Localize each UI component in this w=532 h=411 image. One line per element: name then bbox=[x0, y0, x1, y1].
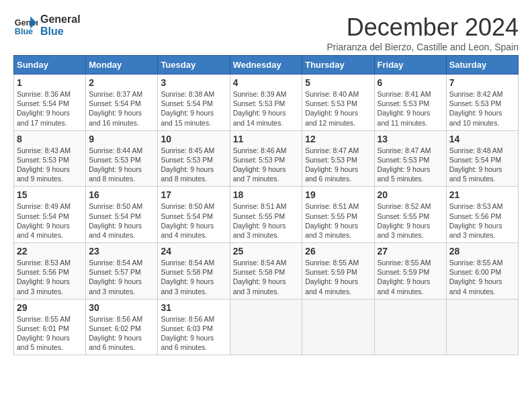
day-number: 30 bbox=[89, 302, 154, 313]
calendar-cell: 10Sunrise: 8:45 AM Sunset: 5:53 PM Dayli… bbox=[158, 130, 230, 187]
day-info: Sunrise: 8:38 AM Sunset: 5:54 PM Dayligh… bbox=[161, 89, 226, 128]
logo-line1: General bbox=[40, 13, 81, 26]
day-info: Sunrise: 8:53 AM Sunset: 5:56 PM Dayligh… bbox=[17, 258, 83, 296]
calendar-cell: 13Sunrise: 8:47 AM Sunset: 5:53 PM Dayli… bbox=[374, 130, 446, 187]
page-header: General Blue General Blue December 2024 … bbox=[13, 13, 519, 52]
calendar-cell: 7Sunrise: 8:42 AM Sunset: 5:53 PM Daylig… bbox=[446, 75, 518, 131]
calendar-cell: 17Sunrise: 8:50 AM Sunset: 5:54 PM Dayli… bbox=[158, 187, 230, 243]
calendar-cell: 11Sunrise: 8:46 AM Sunset: 5:53 PM Dayli… bbox=[230, 130, 302, 187]
day-info: Sunrise: 8:53 AM Sunset: 5:56 PM Dayligh… bbox=[449, 201, 515, 240]
calendar-cell: 5Sunrise: 8:40 AM Sunset: 5:53 PM Daylig… bbox=[302, 75, 374, 131]
day-info: Sunrise: 8:56 AM Sunset: 6:03 PM Dayligh… bbox=[161, 314, 226, 353]
day-info: Sunrise: 8:42 AM Sunset: 5:53 PM Dayligh… bbox=[449, 89, 515, 128]
day-number: 29 bbox=[17, 302, 83, 313]
day-info: Sunrise: 8:47 AM Sunset: 5:53 PM Dayligh… bbox=[305, 146, 371, 184]
day-info: Sunrise: 8:41 AM Sunset: 5:53 PM Dayligh… bbox=[378, 89, 443, 128]
calendar-cell: 15Sunrise: 8:49 AM Sunset: 5:54 PM Dayli… bbox=[14, 187, 86, 243]
day-number: 8 bbox=[17, 134, 83, 144]
day-number: 7 bbox=[449, 77, 515, 88]
day-info: Sunrise: 8:54 AM Sunset: 5:57 PM Dayligh… bbox=[89, 258, 154, 296]
day-number: 16 bbox=[89, 189, 154, 200]
calendar-week-row: 22Sunrise: 8:53 AM Sunset: 5:56 PM Dayli… bbox=[14, 243, 519, 300]
day-number: 28 bbox=[449, 246, 515, 257]
calendar-cell: 6Sunrise: 8:41 AM Sunset: 5:53 PM Daylig… bbox=[374, 75, 446, 131]
day-number: 15 bbox=[17, 189, 83, 200]
calendar-cell: 8Sunrise: 8:43 AM Sunset: 5:53 PM Daylig… bbox=[14, 130, 86, 187]
day-number: 11 bbox=[233, 134, 300, 144]
day-info: Sunrise: 8:56 AM Sunset: 6:02 PM Dayligh… bbox=[89, 314, 154, 353]
calendar-header-tuesday: Tuesday bbox=[158, 56, 230, 75]
day-number: 4 bbox=[233, 77, 300, 88]
day-number: 2 bbox=[89, 77, 154, 88]
calendar-cell: 12Sunrise: 8:47 AM Sunset: 5:53 PM Dayli… bbox=[302, 130, 374, 187]
calendar-cell bbox=[446, 299, 518, 355]
svg-text:Blue: Blue bbox=[15, 27, 33, 36]
calendar-cell: 16Sunrise: 8:50 AM Sunset: 5:54 PM Dayli… bbox=[86, 187, 158, 243]
day-number: 14 bbox=[449, 134, 515, 144]
calendar-cell: 29Sunrise: 8:55 AM Sunset: 6:01 PM Dayli… bbox=[14, 299, 86, 355]
calendar-header-thursday: Thursday bbox=[302, 56, 374, 75]
day-info: Sunrise: 8:47 AM Sunset: 5:53 PM Dayligh… bbox=[378, 146, 443, 184]
calendar-header-row: SundayMondayTuesdayWednesdayThursdayFrid… bbox=[14, 56, 519, 75]
day-number: 12 bbox=[305, 134, 371, 144]
calendar-cell: 31Sunrise: 8:56 AM Sunset: 6:03 PM Dayli… bbox=[158, 299, 230, 355]
calendar-cell: 19Sunrise: 8:51 AM Sunset: 5:55 PM Dayli… bbox=[302, 187, 374, 243]
day-info: Sunrise: 8:54 AM Sunset: 5:58 PM Dayligh… bbox=[161, 258, 226, 296]
day-number: 27 bbox=[378, 246, 443, 257]
calendar-cell: 21Sunrise: 8:53 AM Sunset: 5:56 PM Dayli… bbox=[446, 187, 518, 243]
day-number: 22 bbox=[17, 246, 83, 257]
day-info: Sunrise: 8:52 AM Sunset: 5:55 PM Dayligh… bbox=[378, 201, 443, 240]
day-number: 3 bbox=[161, 77, 226, 88]
calendar-header-saturday: Saturday bbox=[446, 56, 518, 75]
day-info: Sunrise: 8:49 AM Sunset: 5:54 PM Dayligh… bbox=[17, 201, 83, 240]
calendar-cell: 9Sunrise: 8:44 AM Sunset: 5:53 PM Daylig… bbox=[86, 130, 158, 187]
day-number: 5 bbox=[305, 77, 371, 88]
calendar-cell bbox=[302, 299, 374, 355]
title-area: December 2024 Priaranza del Bierzo, Cast… bbox=[326, 13, 519, 52]
day-info: Sunrise: 8:55 AM Sunset: 5:59 PM Dayligh… bbox=[305, 258, 371, 296]
calendar-cell: 2Sunrise: 8:37 AM Sunset: 5:54 PM Daylig… bbox=[86, 75, 158, 131]
calendar-cell: 4Sunrise: 8:39 AM Sunset: 5:53 PM Daylig… bbox=[230, 75, 302, 131]
calendar-cell: 22Sunrise: 8:53 AM Sunset: 5:56 PM Dayli… bbox=[14, 243, 86, 300]
day-number: 19 bbox=[305, 189, 371, 200]
day-number: 23 bbox=[89, 246, 154, 257]
day-info: Sunrise: 8:36 AM Sunset: 5:54 PM Dayligh… bbox=[17, 89, 83, 128]
calendar-cell: 3Sunrise: 8:38 AM Sunset: 5:54 PM Daylig… bbox=[158, 75, 230, 131]
day-number: 1 bbox=[17, 77, 83, 88]
calendar-header-friday: Friday bbox=[374, 56, 446, 75]
day-number: 31 bbox=[161, 302, 226, 313]
day-number: 6 bbox=[378, 77, 443, 88]
day-number: 9 bbox=[89, 134, 154, 144]
day-number: 17 bbox=[161, 189, 226, 200]
day-info: Sunrise: 8:51 AM Sunset: 5:55 PM Dayligh… bbox=[233, 201, 300, 240]
day-number: 26 bbox=[305, 246, 371, 257]
calendar-header-monday: Monday bbox=[86, 56, 158, 75]
calendar-cell: 24Sunrise: 8:54 AM Sunset: 5:58 PM Dayli… bbox=[158, 243, 230, 300]
day-info: Sunrise: 8:50 AM Sunset: 5:54 PM Dayligh… bbox=[161, 201, 226, 240]
calendar-cell bbox=[374, 299, 446, 355]
day-info: Sunrise: 8:40 AM Sunset: 5:53 PM Dayligh… bbox=[305, 89, 371, 128]
calendar-cell: 1Sunrise: 8:36 AM Sunset: 5:54 PM Daylig… bbox=[14, 75, 86, 131]
day-info: Sunrise: 8:44 AM Sunset: 5:53 PM Dayligh… bbox=[89, 146, 154, 184]
day-info: Sunrise: 8:51 AM Sunset: 5:55 PM Dayligh… bbox=[305, 201, 371, 240]
day-info: Sunrise: 8:39 AM Sunset: 5:53 PM Dayligh… bbox=[233, 89, 300, 128]
day-info: Sunrise: 8:37 AM Sunset: 5:54 PM Dayligh… bbox=[89, 89, 154, 128]
day-info: Sunrise: 8:55 AM Sunset: 6:01 PM Dayligh… bbox=[17, 314, 83, 353]
day-number: 13 bbox=[378, 134, 443, 144]
day-info: Sunrise: 8:54 AM Sunset: 5:58 PM Dayligh… bbox=[233, 258, 300, 296]
day-number: 18 bbox=[233, 189, 300, 200]
month-title: December 2024 bbox=[326, 13, 519, 42]
day-info: Sunrise: 8:55 AM Sunset: 5:59 PM Dayligh… bbox=[378, 258, 443, 296]
calendar-week-row: 1Sunrise: 8:36 AM Sunset: 5:54 PM Daylig… bbox=[14, 75, 519, 131]
day-info: Sunrise: 8:48 AM Sunset: 5:54 PM Dayligh… bbox=[449, 146, 515, 184]
calendar-cell: 27Sunrise: 8:55 AM Sunset: 5:59 PM Dayli… bbox=[374, 243, 446, 300]
logo-icon: General Blue bbox=[13, 13, 38, 38]
calendar-week-row: 15Sunrise: 8:49 AM Sunset: 5:54 PM Dayli… bbox=[14, 187, 519, 243]
calendar-table: SundayMondayTuesdayWednesdayThursdayFrid… bbox=[13, 55, 519, 355]
calendar-cell: 20Sunrise: 8:52 AM Sunset: 5:55 PM Dayli… bbox=[374, 187, 446, 243]
calendar-cell: 28Sunrise: 8:55 AM Sunset: 6:00 PM Dayli… bbox=[446, 243, 518, 300]
calendar-cell: 30Sunrise: 8:56 AM Sunset: 6:02 PM Dayli… bbox=[86, 299, 158, 355]
day-number: 25 bbox=[233, 246, 300, 257]
calendar-cell: 23Sunrise: 8:54 AM Sunset: 5:57 PM Dayli… bbox=[86, 243, 158, 300]
calendar-cell: 14Sunrise: 8:48 AM Sunset: 5:54 PM Dayli… bbox=[446, 130, 518, 187]
